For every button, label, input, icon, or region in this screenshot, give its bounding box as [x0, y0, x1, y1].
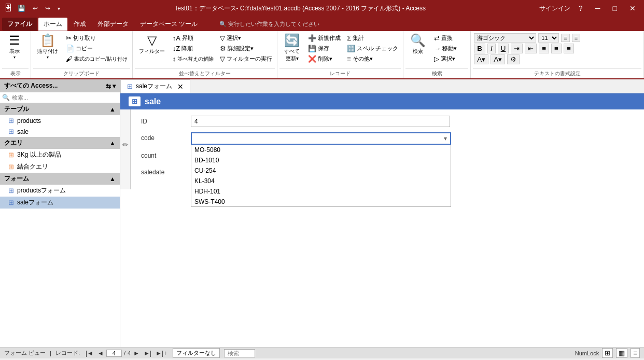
sale-form-tab[interactable]: ⊞ saleフォーム ✕ — [120, 79, 190, 93]
help-btn[interactable]: ? — [575, 3, 587, 13]
view-layout-btn[interactable]: ▦ — [616, 348, 627, 358]
bold-button[interactable]: B — [474, 44, 485, 53]
find-button[interactable]: 🔍 検索 — [405, 32, 430, 57]
filter-button[interactable]: ▽ フィルター — [135, 32, 169, 57]
nav-item-products[interactable]: ⊞ products — [0, 115, 120, 126]
outdent-button[interactable]: ⇤ — [525, 44, 537, 53]
nav-section-tables[interactable]: テーブル ▲ — [0, 103, 120, 115]
indent-button[interactable]: ⇥ — [511, 44, 523, 53]
record-label: レコード: — [55, 349, 80, 357]
ribbon-group-view: ☰ 表示 ▾ 表示 — [0, 31, 31, 78]
nav-search-bar: 🔍 — [0, 92, 120, 103]
more-text-btn[interactable]: ⚙ — [507, 54, 520, 64]
menu-item-home[interactable]: ホーム — [38, 18, 67, 31]
nav-item-query2[interactable]: ⊞ 結合クエリ — [0, 161, 120, 173]
menu-item-external[interactable]: 外部データ — [92, 18, 134, 31]
status-search-input[interactable] — [224, 349, 255, 357]
clear-sort-button[interactable]: ↕ 並べ替えの解除 — [170, 54, 217, 64]
paste-button[interactable]: 📋 貼り付け ▾ — [33, 32, 62, 62]
dropdown-item-3[interactable]: KL-304 — [191, 176, 451, 186]
goto-button[interactable]: → 移動▾ — [431, 44, 459, 53]
signin-link[interactable]: サインイン — [539, 4, 570, 13]
nav-section-forms[interactable]: フォーム ▲ — [0, 173, 120, 185]
list-outdent-button[interactable]: ≡ — [572, 34, 580, 42]
totals-button[interactable]: Σ 集計 — [344, 33, 401, 43]
save-record-button[interactable]: 💾 保存 — [305, 44, 343, 53]
num-lock-label: NumLock — [575, 350, 599, 356]
format-paint-button[interactable]: 🖌 書式のコピー/貼り付け — [63, 54, 130, 64]
close-btn[interactable]: ✕ — [625, 3, 640, 13]
menu-item-dbtools[interactable]: データベース ツール — [135, 18, 203, 31]
record-current-input[interactable] — [106, 350, 122, 357]
align-right-button[interactable]: ≡ — [564, 44, 574, 53]
selection-button[interactable]: ▽ 選択▾ — [217, 33, 275, 43]
align-center-button[interactable]: ≡ — [551, 44, 562, 53]
qat-undo[interactable]: ↩ — [31, 4, 40, 13]
apply-filter-button[interactable]: ▽ フィルターの実行 — [217, 54, 275, 64]
maximize-btn[interactable]: □ — [609, 3, 621, 13]
italic-button[interactable]: I — [487, 44, 496, 53]
nav-item-query1[interactable]: ⊞ 3Kg 以上の製品 — [0, 149, 120, 161]
list-indent-button[interactable]: ≡ — [561, 34, 569, 42]
delete-button[interactable]: ❌ 削除▾ — [305, 54, 343, 64]
font-color-button[interactable]: A▾ — [474, 54, 488, 64]
dropdown-item-1[interactable]: BD-1010 — [191, 155, 451, 165]
record-prev-btn[interactable]: ◄ — [96, 350, 105, 357]
form-tab-close[interactable]: ✕ — [177, 82, 184, 91]
ribbon-group-clipboard-label: クリップボード — [33, 68, 130, 77]
underline-button[interactable]: U — [498, 44, 509, 53]
font-size-select[interactable]: 11 — [538, 33, 559, 43]
nav-item-sale-form[interactable]: ⊞ saleフォーム — [0, 197, 120, 209]
view-button[interactable]: ☰ 表示 ▾ — [2, 32, 27, 62]
form-header-icon: ⊞ — [129, 96, 141, 106]
record-last-btn[interactable]: ►| — [142, 350, 153, 357]
form-edit-column: ✏ — [120, 109, 131, 189]
view-table-btn[interactable]: ≡ — [631, 348, 640, 358]
nav-search-input[interactable] — [10, 93, 118, 102]
spell-check-button[interactable]: 🔡 スペル チェック — [344, 44, 401, 53]
more-button[interactable]: ≡ その他▾ — [344, 54, 401, 64]
align-left-button[interactable]: ≡ — [539, 44, 549, 53]
sort-asc-button[interactable]: ↑A 昇順 — [170, 33, 217, 43]
new-record-button[interactable]: ➕ 新規作成 — [305, 33, 343, 43]
cut-button[interactable]: ✂ 切り取り — [63, 33, 130, 43]
qat-more[interactable]: ▾ — [55, 5, 62, 12]
record-new-btn[interactable]: ►|+ — [154, 350, 169, 357]
tables-section-toggle: ▲ — [109, 106, 116, 113]
record-first-btn[interactable]: |◄ — [84, 350, 95, 357]
code-select[interactable]: ▾ — [191, 132, 451, 145]
form-tab-icon: ⊞ — [127, 82, 133, 90]
select-button[interactable]: ▷ 選択▾ — [431, 54, 459, 64]
advanced-button[interactable]: ⚙ 詳細設定▾ — [217, 44, 275, 53]
minimize-btn[interactable]: ─ — [591, 3, 605, 13]
table-icon-sale: ⊞ — [8, 128, 14, 135]
copy-button[interactable]: 📄 コピー — [63, 44, 130, 53]
filter-status-btn[interactable]: フィルターなし — [173, 348, 220, 358]
nav-section-queries[interactable]: クエリ ▲ — [0, 137, 120, 149]
menu-item-create[interactable]: 作成 — [68, 18, 91, 31]
edit-pencil-icon: ✏ — [122, 141, 129, 149]
dropdown-item-4[interactable]: HDH-101 — [191, 186, 451, 197]
nav-item-sale[interactable]: ⊞ sale — [0, 126, 120, 137]
nav-header[interactable]: すべての Access... ⇆ ▾ — [0, 79, 120, 92]
sort-desc-button[interactable]: ↓Z 降順 — [170, 44, 217, 53]
view-form-btn[interactable]: ⊞ — [602, 348, 613, 358]
nav-item-products-form[interactable]: ⊞ productsフォーム — [0, 185, 120, 197]
nav-item-query1-label: 3Kg 以上の製品 — [17, 150, 61, 159]
qat-redo[interactable]: ↪ — [43, 4, 52, 13]
queries-section-label: クエリ — [4, 139, 23, 147]
refresh-button[interactable]: 🔄 すべて更新▾ — [279, 32, 304, 64]
menu-item-search[interactable]: 🔍 実行したい作業を入力してください — [214, 18, 325, 30]
dropdown-item-5[interactable]: SWS-T400 — [191, 197, 451, 207]
replace-button[interactable]: ⇄ 置換 — [431, 33, 459, 43]
id-input[interactable] — [191, 116, 450, 127]
form-icon-sale: ⊞ — [8, 199, 14, 206]
menu-item-file[interactable]: ファイル — [2, 18, 37, 31]
highlight-button[interactable]: A▾ — [491, 54, 505, 64]
font-family-select[interactable]: 游ゴシック — [474, 33, 536, 43]
dropdown-item-0[interactable]: MO-5080 — [191, 145, 451, 155]
code-dropdown-list: MO-5080 BD-1010 CU-254 KL-304 HDH-101 SW… — [191, 145, 451, 207]
record-next-btn[interactable]: ► — [132, 350, 141, 357]
qat-save[interactable]: 💾 — [16, 4, 27, 13]
dropdown-item-2[interactable]: CU-254 — [191, 165, 451, 176]
